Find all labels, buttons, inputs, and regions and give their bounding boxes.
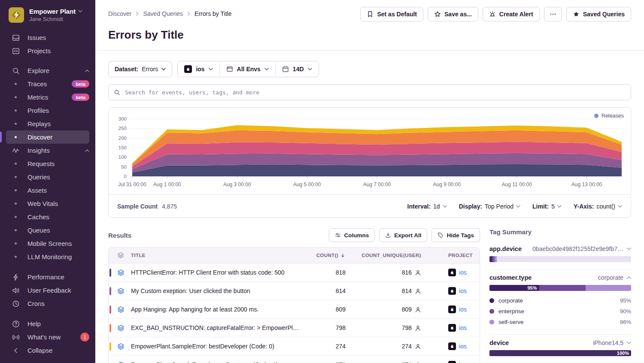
sidebar-item-queries[interactable]: Queries <box>0 170 95 184</box>
y-axis-selector[interactable]: Y-Axis:count() <box>574 203 622 210</box>
sidebar-item-projects[interactable]: Projects <box>0 44 95 57</box>
apple-icon <box>448 324 456 332</box>
broadcast-icon <box>12 333 20 341</box>
tag-legend-percent: 86% <box>620 319 631 325</box>
sidebar-item-label: Issues <box>27 34 46 41</box>
results-main: Results ColumnsExport AllHide Tags TITLE… <box>108 228 480 363</box>
project-link[interactable]: ios <box>459 269 467 276</box>
stack-events-button[interactable] <box>109 306 131 313</box>
stack-events-button[interactable] <box>109 361 131 363</box>
sidebar-item-help[interactable]: Help <box>0 317 95 330</box>
export-all-button[interactable]: Export All <box>379 228 427 242</box>
stack-events-button[interactable] <box>109 343 131 350</box>
series-color-chip <box>109 269 111 277</box>
sidebar-item-profiles[interactable]: Profiles <box>0 104 95 117</box>
project-link[interactable]: ios <box>459 361 467 363</box>
row-title-link[interactable]: App Hanging: App hanging for at least 20… <box>131 306 309 313</box>
tag-distribution-bar: 100% <box>489 350 631 356</box>
column-header-count[interactable]: COUNT() <box>309 253 353 258</box>
row-title-link[interactable]: EXC_BAD_INSTRUCTION: captureFatalError: … <box>131 324 309 331</box>
sidebar-item-llm-monitoring[interactable]: LLM Monitoring <box>0 250 95 263</box>
sidebar-item-whats-new[interactable]: What's new1 <box>0 330 95 344</box>
display-selector[interactable]: Display:Top Period <box>459 203 520 210</box>
sidebar-item-metrics[interactable]: Metricsbeta <box>0 91 95 104</box>
sidebar-item-insights[interactable]: Insights <box>0 144 95 157</box>
sidebar-item-crons[interactable]: Crons <box>0 297 95 310</box>
date-range-filter[interactable]: 14D <box>275 61 319 77</box>
tag-legend-item[interactable]: corporate95% <box>489 295 631 306</box>
stack-events-button[interactable] <box>109 287 131 295</box>
svg-text:Aug 7 00:00: Aug 7 00:00 <box>363 182 391 188</box>
project-filter[interactable]: ios <box>178 61 219 77</box>
results-toolbar: ColumnsExport AllHide Tags <box>329 228 480 242</box>
tag-name: app.device <box>489 245 522 252</box>
saved-queries-button[interactable]: Saved Queries <box>566 7 631 21</box>
sidebar-item-performance[interactable]: Performance <box>0 270 95 284</box>
column-header-title[interactable]: TITLE <box>131 253 309 258</box>
breadcrumb-discover[interactable]: Discover <box>108 10 131 17</box>
search-input[interactable] <box>124 89 626 96</box>
interval-selector[interactable]: Interval:1d <box>407 203 447 210</box>
row-project: ios <box>429 361 480 363</box>
releases-legend-item[interactable]: Releases <box>594 113 624 119</box>
project-link[interactable]: ios <box>459 287 467 294</box>
column-header-project[interactable]: PROJECT <box>429 253 480 258</box>
sidebar-item-label: Replays <box>27 120 51 127</box>
hide-tags-button[interactable]: Hide Tags <box>431 228 480 242</box>
dataset-filter[interactable]: Dataset: Errors <box>108 61 172 77</box>
row-title-link[interactable]: My Custom exeption: User clicked the but… <box>131 287 309 294</box>
tag-legend-item[interactable]: self-serve86% <box>489 317 631 327</box>
create-alert-button[interactable]: Create Alert <box>483 7 540 21</box>
sidebar-item-issues[interactable]: Issues <box>0 31 95 44</box>
save-as-button[interactable]: Save as... <box>428 7 478 21</box>
sidebar-item-mobile-screens[interactable]: Mobile Screens <box>0 237 95 250</box>
stack-events-button[interactable] <box>109 324 131 332</box>
row-title-link[interactable]: EmpowerPlant.SampleError: bestDeveloper … <box>131 343 309 350</box>
bullet-icon <box>15 203 17 205</box>
project-link[interactable]: ios <box>459 324 467 331</box>
tag-summary-panel: Tag Summary app.device0baebc0de4982f1255… <box>489 228 631 363</box>
sidebar-item-collapse[interactable]: Collapse <box>0 344 95 357</box>
set-as-default-button[interactable]: Set as Default <box>360 7 423 21</box>
chevron-down-icon <box>308 68 312 70</box>
tag-distribution-bar: 95% <box>489 285 631 291</box>
row-count: 274 <box>309 343 353 350</box>
sidebar-item-web-vitals[interactable]: Web Vitals <box>0 197 95 210</box>
sidebar-item-discover[interactable]: Discover <box>6 130 89 144</box>
row-title-link[interactable]: HTTPClientError: HTTP Client Error with … <box>131 269 309 276</box>
limit-selector[interactable]: Limit:5 <box>532 203 562 210</box>
project-link[interactable]: ios <box>459 306 467 313</box>
tag-header-app-device[interactable]: app.device0baebc0de4982f1255f2e9e9fb7… <box>489 245 631 252</box>
series-color-chip <box>109 324 111 332</box>
series-color-chip <box>109 287 111 295</box>
column-header-count-unique-user[interactable]: COUNT_UNIQUE(USER) <box>353 253 429 258</box>
collapse-icon <box>12 347 20 354</box>
stack-events-button[interactable] <box>109 269 131 276</box>
apple-icon <box>448 306 456 313</box>
sidebar-item-replays[interactable]: Replays <box>0 117 95 130</box>
sidebar-item-traces[interactable]: Tracesbeta <box>0 77 95 91</box>
row-count-unique-value: 809 <box>402 306 412 313</box>
errors-area-chart[interactable]: 050100150200250300Jul 31 00:00Aug 1 00:0… <box>109 108 631 194</box>
sidebar-item-caches[interactable]: Caches <box>0 210 95 224</box>
project-link[interactable]: ios <box>459 343 467 350</box>
tag-legend-item[interactable]: enterprise90% <box>489 306 631 317</box>
apple-icon <box>184 65 192 73</box>
sidebar-item-explore[interactable]: Explore <box>0 64 95 77</box>
more-button[interactable] <box>544 7 562 21</box>
results-table: TITLECOUNT()COUNT_UNIQUE(USER)PROJECT HT… <box>108 247 480 363</box>
org-user-name: Jane Schmidt <box>29 16 82 22</box>
tag-header-device[interactable]: deviceiPhone14,5 <box>489 339 631 346</box>
sidebar-item-requests[interactable]: Requests <box>0 157 95 170</box>
sidebar-item-user-feedback[interactable]: User Feedback <box>0 284 95 297</box>
columns-button[interactable]: Columns <box>329 228 375 242</box>
row-count: 809 <box>309 306 353 313</box>
org-switcher[interactable]: Empower Plant Jane Schmidt <box>0 7 95 23</box>
breadcrumb-saved-queries[interactable]: Saved Queries <box>143 10 183 17</box>
sidebar-item-queues[interactable]: Queues <box>0 224 95 237</box>
sidebar-item-assets[interactable]: Assets <box>0 184 95 197</box>
tag-header-customer-type[interactable]: customer.typecorporate <box>489 274 631 281</box>
chevron-down-icon <box>161 68 166 70</box>
row-title-link[interactable]: EmpowerPlant.SampleError: happyCustomer … <box>131 361 309 363</box>
environment-filter[interactable]: All Envs <box>219 61 275 77</box>
